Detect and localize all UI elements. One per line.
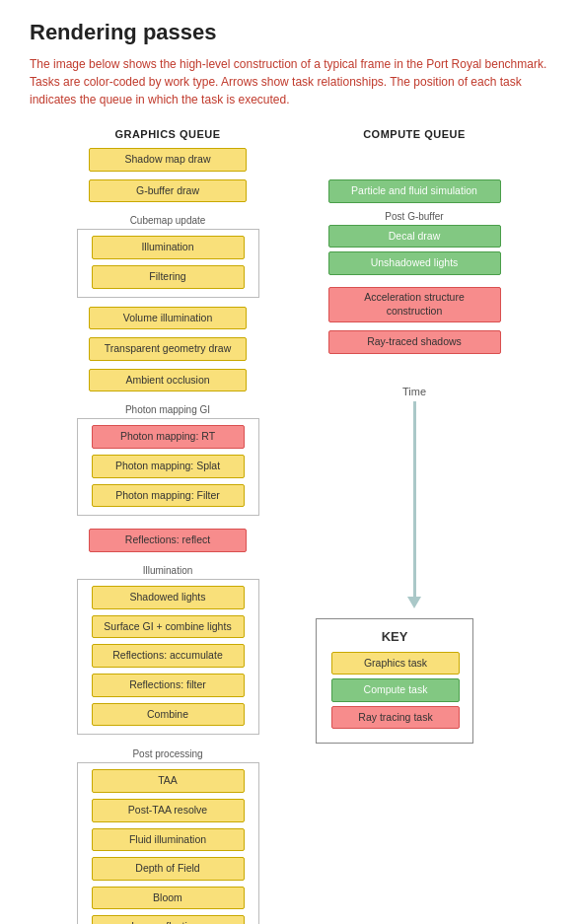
combine-task: Combine (92, 703, 245, 727)
key-graphics-label: Graphics task (331, 652, 460, 675)
lens-reflections-task: Lens reflections (92, 915, 245, 924)
post-processing-section: TAA Post-TAA resolve Fluid illumination … (77, 762, 259, 924)
post-taa-task: Post-TAA resolve (92, 799, 245, 822)
key-ray-tracing-label: Ray tracing task (331, 706, 460, 730)
photon-rt-task: Photon mapping: RT (92, 425, 245, 449)
illumination-task: Illumination (92, 236, 245, 259)
depth-of-field-task: Depth of Field (92, 857, 245, 881)
reflections-reflect-task: Reflections: reflect (89, 529, 247, 552)
time-arrow: Time (306, 386, 523, 599)
intro-text: The image below shows the high-level con… (30, 55, 548, 108)
unshadowed-lights-task: Unshadowed lights (328, 251, 501, 275)
key-graphics-task: Graphics task (331, 652, 458, 675)
illumination-section: Shadowed lights Surface GI + combine lig… (77, 579, 259, 735)
decal-draw-task: Decal draw (328, 225, 501, 249)
cubemap-section: Illumination Filtering (77, 229, 259, 297)
photon-splat-task: Photon mapping: Splat (92, 455, 245, 478)
photon-gi-label: Photon mapping GI (30, 404, 306, 415)
key-title: KEY (331, 629, 458, 644)
particle-fluid-task: Particle and fluid simulation (328, 179, 501, 203)
bloom-task: Bloom (92, 887, 245, 910)
cubemap-label: Cubemap update (30, 215, 306, 226)
filtering-task: Filtering (92, 265, 245, 289)
time-arrow-line (413, 401, 416, 599)
reflections-accumulate-task: Reflections: accumulate (92, 644, 245, 668)
key-box: KEY Graphics task Compute task Ray traci… (316, 618, 473, 745)
photon-section: Photon mapping: RT Photon mapping: Splat… (77, 418, 259, 516)
reflections-filter-task: Reflections: filter (92, 674, 245, 697)
page-title: Rendering passes (30, 20, 548, 45)
right-column: COMPUTE QUEUE Particle and fluid simulat… (306, 128, 523, 924)
volume-illumination-task: Volume illumination (89, 307, 247, 330)
key-compute-task: Compute task (331, 678, 458, 702)
graphics-queue-column: GRAPHICS QUEUE Shadow map draw G-buffer … (30, 128, 306, 924)
illumination2-label: Illumination (30, 565, 306, 576)
ray-traced-shadows-task: Ray-traced shadows (328, 330, 501, 354)
time-label: Time (402, 386, 426, 397)
post-gbuffer-label: Post G-buffer (306, 211, 523, 222)
shadowed-lights-task: Shadowed lights (92, 586, 245, 609)
photon-filter-task: Photon mapping: Filter (92, 484, 245, 508)
key-compute-label: Compute task (331, 678, 460, 702)
post-processing-label: Post processing (30, 748, 306, 759)
fluid-illumination-task: Fluid illumination (92, 828, 245, 852)
key-ray-tracing-task: Ray tracing task (331, 706, 458, 730)
transparent-geometry-task: Transparent geometry draw (89, 337, 247, 361)
graphics-queue-label: GRAPHICS QUEUE (30, 128, 306, 140)
shadow-map-task: Shadow map draw (89, 148, 247, 172)
compute-queue-label: COMPUTE QUEUE (306, 128, 523, 140)
accel-structure-task: Acceleration structure construction (328, 287, 501, 322)
ambient-occlusion-task: Ambient occlusion (89, 369, 247, 392)
gbuffer-task: G-buffer draw (89, 179, 247, 203)
taa-task: TAA (92, 769, 245, 793)
surface-gi-task: Surface GI + combine lights (92, 615, 245, 639)
